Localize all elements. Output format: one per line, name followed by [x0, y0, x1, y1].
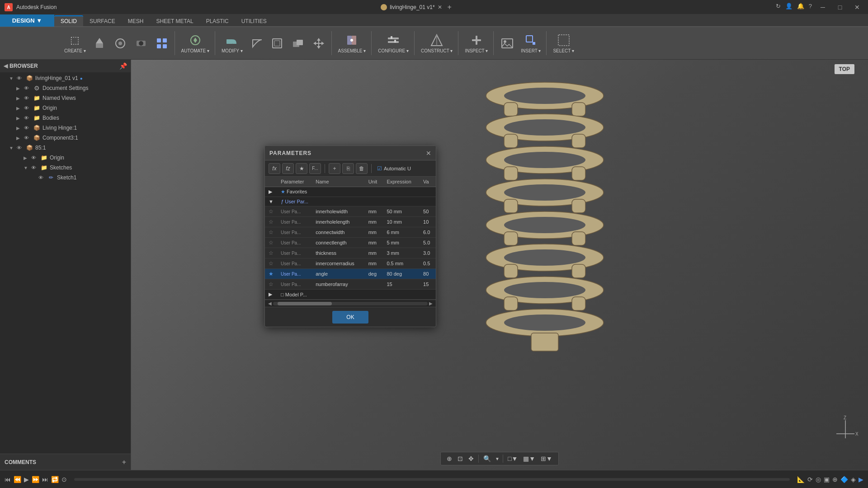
favorites-expand[interactable]: ▶: [265, 187, 277, 197]
anim-timeline[interactable]: [74, 478, 790, 481]
model-params-expand[interactable]: ▶: [265, 290, 277, 300]
tree-origin[interactable]: ▶ 👁 📁 Origin: [0, 103, 131, 113]
param-name-7[interactable]: angle: [312, 269, 364, 279]
eye-named[interactable]: 👁: [23, 94, 31, 102]
table-row[interactable]: ☆ User Pa... numberofarray 15 15: [265, 279, 436, 290]
param-expr-6[interactable]: 0.5 mm: [383, 258, 420, 269]
tree-named-views[interactable]: ▶ 👁 📁 Named Views: [0, 93, 131, 103]
param-expr-5[interactable]: 3 mm: [383, 248, 420, 258]
help-icon[interactable]: ?: [809, 3, 812, 12]
eye-origin2[interactable]: 👁: [30, 154, 38, 162]
scroll-left-btn[interactable]: ◀: [267, 301, 273, 306]
expand-sketches[interactable]: ▼: [24, 165, 30, 170]
comments-plus-icon[interactable]: +: [122, 458, 126, 466]
anim-go-start[interactable]: ⏮: [5, 476, 11, 483]
capture-icon[interactable]: ⊡: [455, 454, 465, 464]
eye-bodies[interactable]: 👁: [23, 114, 31, 122]
tool-2[interactable]: ⟳: [807, 476, 813, 483]
tree-doc-settings[interactable]: ▶ 👁 ⚙ Document Settings: [0, 83, 131, 93]
delete-param-button[interactable]: 🗑: [356, 163, 368, 174]
revolve-btn[interactable]: [110, 34, 130, 52]
star-connectlength[interactable]: ☆: [265, 238, 277, 248]
copy-param-button[interactable]: ⎘: [342, 163, 354, 174]
param-name-6[interactable]: innercornerradius: [312, 258, 364, 269]
param-name-2[interactable]: innerholelength: [312, 217, 364, 227]
minimize-button[interactable]: ─: [816, 3, 829, 12]
fx-button[interactable]: fx: [269, 163, 280, 174]
param-name-8[interactable]: numberofarray: [312, 279, 364, 290]
configure-btn[interactable]: CONFIGURE ▾: [375, 31, 411, 55]
zoom-icon[interactable]: 🔍: [481, 454, 493, 464]
select-btn[interactable]: SELECT ▾: [550, 31, 577, 55]
tree-bodies[interactable]: ▶ 👁 📁 Bodies: [0, 113, 131, 123]
star-innerholelength[interactable]: ☆: [265, 217, 277, 227]
eye-sketches[interactable]: 👁: [30, 164, 38, 172]
favorites-button[interactable]: ★: [296, 163, 307, 174]
pattern-btn[interactable]: [152, 34, 172, 52]
table-row[interactable]: ☆ User Pa... innercornerradius mm 0.5 mm…: [265, 258, 436, 269]
params-table-container[interactable]: Parameter Name Unit Expression Va ▶ ★: [265, 177, 436, 300]
anim-go-end[interactable]: ⏭: [42, 476, 48, 483]
scroll-track[interactable]: [273, 302, 428, 305]
tool-1[interactable]: 📐: [797, 476, 805, 483]
table-row[interactable]: ☆ User Pa... connectlength mm 5 mm 5.0: [265, 238, 436, 248]
viewport[interactable]: TOP .hinge-body { fill: #b8a880; stroke:…: [131, 60, 868, 470]
tab-plastic[interactable]: PLASTIC: [200, 16, 235, 26]
param-name-4[interactable]: connectlength: [312, 238, 364, 248]
table-row[interactable]: ☆ User Pa... thickness mm 3 mm 3.0: [265, 248, 436, 258]
tab-mesh[interactable]: MESH: [122, 16, 150, 26]
auto-update-checkbox[interactable]: ☑ Automatic U: [377, 165, 411, 172]
automate-btn[interactable]: AUTOMATE ▾: [179, 31, 212, 55]
tool-5[interactable]: ⊕: [832, 476, 838, 483]
cloud-icon[interactable]: ↻: [776, 3, 781, 12]
star-numberofarray[interactable]: ☆: [265, 279, 277, 290]
tab-solid[interactable]: SOLID: [54, 15, 83, 26]
expand-root[interactable]: ▼: [9, 76, 15, 81]
star-innerholewidth[interactable]: ☆: [265, 206, 277, 217]
tab-surface[interactable]: SURFACE: [83, 16, 122, 26]
tree-sketch1[interactable]: 👁 ✏ Sketch1: [0, 173, 131, 183]
tool-8[interactable]: ▶: [859, 476, 863, 483]
filter-button[interactable]: F...: [309, 163, 321, 174]
add-param-button[interactable]: +: [329, 163, 340, 174]
inspect-btn[interactable]: INSPECT ▾: [462, 31, 491, 55]
grid-icon[interactable]: ⊕: [444, 454, 454, 464]
param-name-5[interactable]: thickness: [312, 248, 364, 258]
tree-root[interactable]: ▼ 👁 📦 livingHinge_01 v1 ●: [0, 73, 131, 83]
table-row[interactable]: ☆ User Pa... innerholelength mm 10 mm 10: [265, 217, 436, 227]
combine-btn[interactable]: [288, 34, 308, 52]
param-expr-1[interactable]: 50 mm: [383, 206, 420, 217]
star-innercornerradius[interactable]: ☆: [265, 258, 277, 269]
ok-button[interactable]: OK: [332, 311, 368, 324]
eye-85-1[interactable]: 👁: [15, 144, 24, 152]
back-icon[interactable]: ◀: [4, 63, 8, 69]
tool-7[interactable]: ◈: [851, 476, 856, 483]
star-thickness[interactable]: ☆: [265, 248, 277, 258]
param-expr-8[interactable]: 15: [383, 279, 420, 290]
layout-icon[interactable]: ⊞▼: [538, 454, 555, 464]
move-btn[interactable]: [309, 34, 329, 52]
anim-next[interactable]: ⏩: [32, 476, 39, 483]
tool-6[interactable]: 🔷: [840, 476, 848, 483]
display-mode-icon[interactable]: □▼: [505, 454, 520, 464]
expand-doc[interactable]: ▶: [16, 86, 23, 91]
param-name-1[interactable]: innerholewidth: [312, 206, 364, 217]
expand-origin2[interactable]: ▶: [24, 155, 30, 160]
param-expr-4[interactable]: 5 mm: [383, 238, 420, 248]
star-connectwidth[interactable]: ☆: [265, 227, 277, 238]
modify-btn[interactable]: MODIFY ▾: [219, 31, 245, 55]
pan-icon[interactable]: ✥: [466, 454, 476, 464]
extrude-btn[interactable]: [90, 34, 109, 52]
browser-pin-icon[interactable]: 📌: [119, 62, 127, 70]
tree-sketches[interactable]: ▼ 👁 📁 Sketches: [0, 163, 131, 173]
shell-btn[interactable]: [267, 34, 287, 52]
fillet-btn[interactable]: [246, 34, 266, 52]
insert-image-btn[interactable]: [497, 34, 517, 52]
eye-doc[interactable]: 👁: [23, 84, 31, 92]
table-row[interactable]: ☆ User Pa... innerholewidth mm 50 mm 50: [265, 206, 436, 217]
eye-component3[interactable]: 👁: [23, 134, 31, 142]
new-tab-btn[interactable]: +: [448, 3, 452, 11]
scroll-right-btn[interactable]: ▶: [428, 301, 434, 306]
table-row[interactable]: ☆ User Pa... connectwidth mm 6 mm 6.0: [265, 227, 436, 238]
eye-origin[interactable]: 👁: [23, 104, 31, 112]
